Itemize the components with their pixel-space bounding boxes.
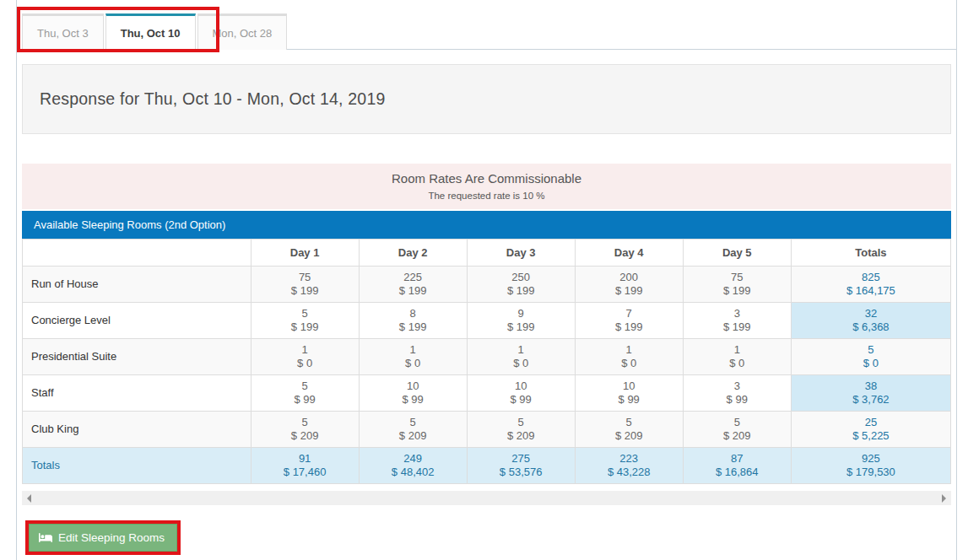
room-quantity: 10: [579, 380, 679, 393]
room-quantity: 1: [579, 343, 679, 357]
scroll-left-arrow-icon[interactable]: [22, 491, 36, 505]
room-quantity: 3: [687, 307, 787, 320]
room-rate: $ 5,225: [795, 429, 947, 443]
room-quantity: 10: [471, 380, 571, 393]
day-cell: 5$ 209: [575, 412, 683, 448]
room-quantity: 825: [795, 271, 947, 284]
room-rate: $ 99: [363, 393, 463, 407]
page-panel: Thu, Oct 3Thu, Oct 10Mon, Oct 28 Respons…: [16, 0, 957, 560]
day-cell: 75$ 199: [251, 267, 359, 303]
room-quantity: 925: [795, 452, 947, 466]
total-cell: 25$ 5,225: [791, 412, 950, 448]
day-cell: 1$ 0: [251, 339, 359, 375]
room-quantity: 87: [687, 452, 787, 466]
room-rate: $ 0: [255, 357, 355, 370]
day-cell: 200$ 199: [575, 267, 683, 303]
main-content: Response for Thu, Oct 10 - Mon, Oct 14, …: [17, 64, 956, 555]
edit-sleeping-rooms-button[interactable]: Edit Sleeping Rooms: [29, 524, 177, 552]
room-quantity: 5: [255, 307, 355, 320]
room-quantity: 223: [579, 452, 679, 466]
room-rate: $ 199: [255, 284, 355, 298]
day-cell: 1$ 0: [575, 339, 683, 375]
total-cell: 925$ 179,530: [791, 448, 950, 484]
scroll-right-arrow-icon[interactable]: [937, 491, 951, 505]
room-rate: $ 164,175: [795, 284, 947, 298]
column-header-day-3: Day 3: [467, 240, 575, 267]
day-cell: 1$ 0: [467, 339, 575, 375]
day-cell: 10$ 99: [467, 375, 575, 412]
room-rate: $ 199: [363, 284, 463, 298]
day-cell: 5$ 209: [251, 412, 359, 448]
room-rate: $ 0: [795, 357, 947, 370]
room-rate: $ 53,576: [471, 466, 571, 479]
column-header-blank: [23, 240, 251, 267]
room-quantity: 1: [363, 343, 463, 357]
day-cell: 5$ 99: [251, 375, 359, 412]
room-rate: $ 99: [579, 393, 679, 407]
footer-actions: Edit Sleeping Rooms: [22, 520, 951, 555]
room-rate: $ 48,402: [363, 466, 463, 479]
day-cell: 10$ 99: [575, 375, 683, 412]
room-quantity: 250: [471, 271, 571, 284]
day-cell: 87$ 16,864: [683, 448, 791, 484]
room-rate: $ 209: [687, 429, 787, 443]
room-quantity: 9: [471, 307, 571, 320]
room-rate: $ 199: [579, 284, 679, 298]
room-rate: $ 199: [687, 320, 787, 334]
day-cell: 5$ 199: [251, 303, 359, 339]
room-rate: $ 3,762: [795, 393, 947, 407]
room-rate: $ 99: [255, 393, 355, 407]
day-cell: 8$ 199: [359, 303, 467, 339]
column-header-day-2: Day 2: [359, 240, 467, 267]
room-quantity: 5: [579, 416, 679, 429]
day-cell: 7$ 199: [575, 303, 683, 339]
room-quantity: 5: [687, 416, 787, 429]
table-row-staff: Staff5$ 9910$ 9910$ 9910$ 993$ 9938$ 3,7…: [23, 375, 951, 412]
room-quantity: 5: [255, 416, 355, 429]
room-rate: $ 43,228: [579, 466, 679, 479]
total-cell: 825$ 164,175: [791, 267, 950, 303]
room-rate: $ 209: [471, 429, 571, 443]
day-cell: 249$ 48,402: [359, 448, 467, 484]
edit-sleeping-rooms-label: Edit Sleeping Rooms: [58, 531, 165, 544]
room-quantity: 38: [795, 380, 947, 393]
tab-thu-oct-10[interactable]: Thu, Oct 10: [105, 13, 196, 50]
day-cell: 75$ 199: [683, 267, 791, 303]
row-label: Concierge Level: [23, 303, 251, 339]
row-label: Totals: [23, 448, 251, 484]
room-quantity: 25: [795, 416, 947, 429]
horizontal-scrollbar[interactable]: [22, 491, 951, 505]
room-rate: $ 209: [363, 429, 463, 443]
column-header-day-4: Day 4: [575, 240, 683, 267]
total-cell: 38$ 3,762: [791, 375, 950, 412]
room-quantity: 75: [255, 271, 355, 284]
button-annotation-red-box: Edit Sleeping Rooms: [25, 520, 181, 555]
table-row-run-of-house: Run of House75$ 199225$ 199250$ 199200$ …: [23, 267, 951, 303]
room-quantity: 7: [579, 307, 679, 320]
room-rate: $ 17,460: [255, 466, 355, 479]
page-title: Response for Thu, Oct 10 - Mon, Oct 14, …: [40, 89, 385, 109]
day-cell: 225$ 199: [359, 267, 467, 303]
tab-mon-oct-28[interactable]: Mon, Oct 28: [197, 13, 288, 50]
day-cell: 1$ 0: [359, 339, 467, 375]
room-quantity: 249: [363, 452, 463, 466]
room-rate: $ 0: [579, 357, 679, 370]
room-quantity: 5: [255, 380, 355, 393]
day-cell: 5$ 209: [683, 412, 791, 448]
table-header-row: Day 1Day 2Day 3Day 4Day 5Totals: [23, 240, 951, 267]
room-quantity: 75: [687, 271, 787, 284]
day-cell: 10$ 99: [359, 375, 467, 412]
sleeping-rooms-table: Day 1Day 2Day 3Day 4Day 5Totals Run of H…: [22, 239, 951, 484]
room-quantity: 275: [471, 452, 571, 466]
room-quantity: 200: [579, 271, 679, 284]
room-quantity: 1: [471, 343, 571, 357]
room-rate: $ 199: [471, 320, 571, 334]
room-rate: $ 0: [687, 357, 787, 370]
column-header-day-1: Day 1: [251, 240, 359, 267]
room-quantity: 3: [687, 380, 787, 393]
room-quantity: 91: [255, 452, 355, 466]
tab-thu-oct-3[interactable]: Thu, Oct 3: [22, 13, 104, 50]
date-tabbar: Thu, Oct 3Thu, Oct 10Mon, Oct 28: [17, 0, 956, 50]
column-header-totals: Totals: [791, 240, 950, 267]
day-cell: 223$ 43,228: [575, 448, 683, 484]
